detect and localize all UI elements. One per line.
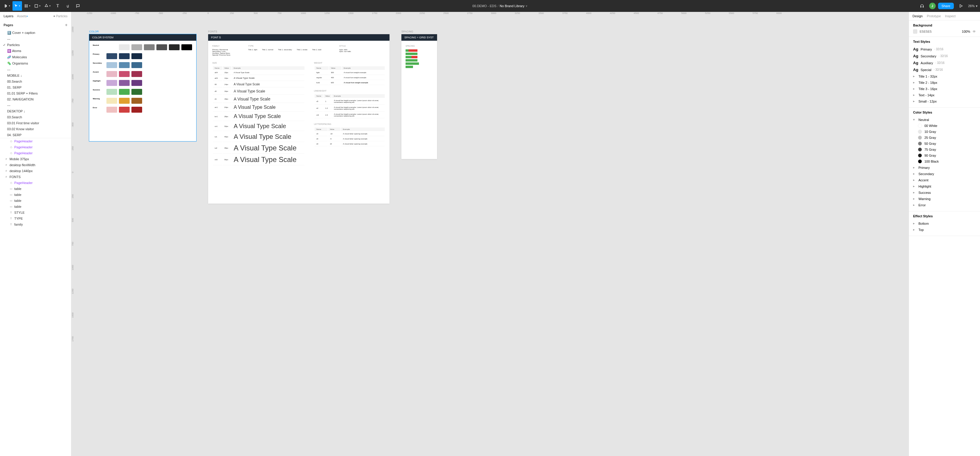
shape-tool-button[interactable]: ▼ bbox=[33, 1, 42, 11]
page-item[interactable]: 01.01 SERP + Filters bbox=[0, 91, 71, 96]
layer-item[interactable]: #desktop 1440px bbox=[0, 168, 71, 174]
headphones-icon[interactable] bbox=[917, 1, 927, 11]
frame-spacing[interactable]: SPACING SPACING + GRID SYST SPACING bbox=[401, 34, 437, 159]
layer-item[interactable]: #desktop flexWidth bbox=[0, 162, 71, 168]
layer-item[interactable]: ◇PageHeader bbox=[0, 150, 71, 156]
page-item[interactable]: 03.01 First time visitor bbox=[0, 120, 71, 126]
layer-item[interactable]: ▭table bbox=[0, 186, 71, 192]
page-item[interactable]: 🦠 Organisms bbox=[0, 60, 71, 67]
layer-item[interactable]: Tfamily bbox=[0, 221, 71, 227]
effect-style-item[interactable]: ▸Bottom bbox=[913, 220, 976, 227]
layer-item[interactable]: ◇PageHeader bbox=[0, 144, 71, 150]
tab-prototype[interactable]: Prototype bbox=[927, 14, 941, 18]
frame-fonts[interactable]: FONTS FONT S FAMILY Primary: MontserratS… bbox=[208, 34, 390, 203]
add-page-button[interactable]: + bbox=[65, 22, 67, 27]
text-style-item[interactable]: ▸Text - 14px bbox=[913, 92, 976, 98]
color-swatch[interactable] bbox=[107, 53, 117, 59]
neutral-group[interactable]: ▾ Neutral bbox=[913, 116, 976, 123]
layer-item[interactable]: ▭table bbox=[0, 198, 71, 203]
color-swatch[interactable] bbox=[119, 107, 130, 113]
layer-item[interactable]: ◇PageHeader bbox=[0, 180, 71, 186]
color-group[interactable]: ▸Success bbox=[913, 189, 976, 195]
page-item[interactable]: --- bbox=[0, 67, 71, 73]
color-swatch[interactable] bbox=[131, 98, 142, 104]
color-swatch[interactable] bbox=[107, 71, 117, 77]
zoom-dropdown[interactable]: 26%▾ bbox=[968, 4, 978, 8]
layer-item[interactable]: #FONTS bbox=[0, 174, 71, 180]
layer-item[interactable]: TSTYLE bbox=[0, 210, 71, 216]
background-opacity[interactable]: 100% bbox=[962, 30, 970, 33]
page-item[interactable]: 🧬 Molecules bbox=[0, 54, 71, 60]
tab-layers[interactable]: Layers bbox=[3, 14, 13, 18]
color-swatch[interactable] bbox=[107, 98, 117, 104]
color-swatch[interactable] bbox=[169, 44, 180, 50]
tab-design[interactable]: Design bbox=[913, 14, 923, 18]
page-item[interactable]: 03.Search bbox=[0, 114, 71, 120]
text-style-item[interactable]: ▸Title 2 - 18px bbox=[913, 79, 976, 86]
tab-assets[interactable]: Assets• bbox=[17, 14, 28, 18]
color-swatch[interactable] bbox=[156, 44, 167, 50]
color-swatch[interactable] bbox=[131, 107, 142, 113]
background-row[interactable]: E5E5E5 100% 👁 bbox=[913, 29, 976, 33]
color-group[interactable]: ▸Secondary bbox=[913, 171, 976, 177]
text-style-item[interactable]: AgSpecial · 32/16 bbox=[913, 66, 976, 73]
effect-style-item[interactable]: ▸Top bbox=[913, 227, 976, 233]
color-swatch[interactable] bbox=[107, 107, 117, 113]
share-button[interactable]: Share bbox=[938, 3, 954, 9]
color-swatch[interactable] bbox=[119, 53, 130, 59]
color-swatch[interactable] bbox=[107, 62, 117, 68]
user-avatar[interactable]: J bbox=[929, 3, 936, 9]
page-item[interactable]: 01. SERP bbox=[0, 84, 71, 91]
page-item[interactable]: 1️⃣ Cover + caption bbox=[0, 30, 71, 36]
text-style-item[interactable]: ▸Title 1 - 32px bbox=[913, 73, 976, 79]
frame-color[interactable]: COLOR COLOR SYSTEM NeutralPrimarySeconda… bbox=[89, 34, 196, 141]
page-item[interactable]: DESKTOP ↓ bbox=[0, 108, 71, 114]
color-swatch[interactable] bbox=[119, 80, 130, 86]
color-group[interactable]: ▸Highlight bbox=[913, 183, 976, 189]
file-title[interactable]: 00.DEMO - EDS / No Brand Library ▾ bbox=[83, 4, 917, 8]
layer-item[interactable]: ▭table bbox=[0, 203, 71, 210]
color-swatch[interactable] bbox=[131, 89, 142, 95]
layer-item[interactable]: #Mobile 375px bbox=[0, 156, 71, 162]
present-button[interactable] bbox=[956, 1, 966, 11]
color-swatch[interactable] bbox=[181, 44, 192, 50]
color-group[interactable]: ▸Error bbox=[913, 202, 976, 208]
page-item[interactable]: ⚛️ Atoms bbox=[0, 48, 71, 54]
color-swatch[interactable] bbox=[131, 71, 142, 77]
color-style-item[interactable]: 75 Gray bbox=[913, 146, 976, 153]
move-tool-button[interactable]: ▼ bbox=[13, 1, 22, 11]
canvas[interactable]: -1250-1000-750-500-250025050075010001250… bbox=[72, 12, 908, 456]
page-item[interactable]: Particles bbox=[0, 42, 71, 48]
color-swatch[interactable] bbox=[131, 62, 142, 68]
color-group[interactable]: ▸Warning bbox=[913, 195, 976, 202]
color-swatch[interactable] bbox=[144, 44, 154, 50]
page-item[interactable]: --- bbox=[0, 102, 71, 108]
page-location[interactable]: Particles bbox=[54, 14, 67, 18]
background-swatch[interactable] bbox=[913, 29, 917, 33]
text-style-item[interactable]: AgAuxiliary · 32/16 bbox=[913, 59, 976, 66]
page-item[interactable]: MOBILE ↓ bbox=[0, 73, 71, 78]
color-swatch[interactable] bbox=[119, 89, 130, 95]
color-style-item[interactable]: 10 Gray bbox=[913, 129, 976, 135]
color-style-item[interactable]: 50 Gray bbox=[913, 141, 976, 146]
text-style-item[interactable]: AgPrimary · 32/16 bbox=[913, 46, 976, 52]
layer-item[interactable]: ◇PageHeader bbox=[0, 138, 71, 144]
page-item[interactable]: 00.Search bbox=[0, 78, 71, 84]
layer-item[interactable]: ▭table bbox=[0, 192, 71, 198]
color-swatch[interactable] bbox=[131, 44, 142, 50]
comment-tool-button[interactable] bbox=[73, 1, 83, 11]
color-group[interactable]: ▸Accent bbox=[913, 177, 976, 183]
color-swatch[interactable] bbox=[131, 53, 142, 59]
color-style-item[interactable]: 25 Gray bbox=[913, 135, 976, 141]
frame-tool-button[interactable]: ▼ bbox=[22, 1, 32, 11]
page-item[interactable]: 03.02 Know visitor bbox=[0, 126, 71, 132]
text-style-item[interactable]: AgSecondary · 32/16 bbox=[913, 52, 976, 59]
text-style-item[interactable]: ▸Title 3 - 16px bbox=[913, 86, 976, 92]
background-hex[interactable]: E5E5E5 bbox=[920, 30, 959, 33]
color-swatch[interactable] bbox=[119, 71, 130, 77]
color-swatch[interactable] bbox=[107, 80, 117, 86]
color-style-item[interactable]: 100 Black bbox=[913, 159, 976, 164]
color-swatch[interactable] bbox=[119, 98, 130, 104]
color-style-item[interactable]: 00 White bbox=[913, 123, 976, 129]
text-style-item[interactable]: ▸Small - 12px bbox=[913, 98, 976, 104]
